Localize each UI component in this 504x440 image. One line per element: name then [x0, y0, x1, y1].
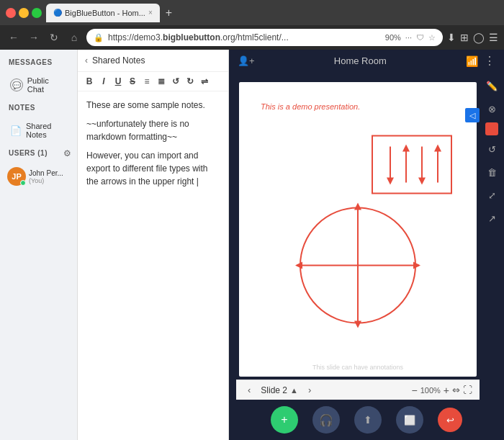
header-icons-right: 📶 ⋮: [466, 54, 495, 68]
new-tab-button[interactable]: +: [163, 6, 175, 19]
export-drawing-button[interactable]: ↗: [482, 209, 501, 228]
zoom-controls: − 100% + ⇔ ⛶: [411, 385, 472, 396]
sidebar-item-public-chat[interactable]: 💬 Public Chat: [6, 73, 71, 96]
pencil-tool-button[interactable]: ✏️: [482, 76, 501, 95]
presentation-area: 👤+ Home Room 📶 ⋮ ◁ This is a demo presen…: [229, 50, 504, 440]
tab-close-button[interactable]: ×: [148, 9, 153, 17]
online-indicator: [20, 180, 26, 186]
clear-button[interactable]: 🗑: [482, 163, 501, 181]
import-export-button[interactable]: ⇌: [199, 75, 210, 88]
sidebar-item-shared-notes[interactable]: 📄 Shared Notes: [6, 119, 71, 142]
end-session-button[interactable]: ↩: [438, 408, 462, 432]
zoom-out-button[interactable]: −: [411, 385, 417, 396]
lock-icon: 🔒: [94, 33, 104, 42]
extensions-icon[interactable]: ⊞: [460, 32, 469, 43]
notes-icon: 📄: [10, 125, 22, 136]
room-title: Home Room: [255, 55, 466, 66]
zoom-in-button[interactable]: +: [444, 385, 449, 396]
users-section-title: USERS (1): [6, 148, 50, 158]
notes-line-3: However, you can import and export to di…: [86, 149, 220, 188]
options-menu-button[interactable]: ⋮: [484, 54, 495, 68]
download-icon[interactable]: ⬇: [447, 32, 456, 43]
shield-icon: 🛡: [416, 33, 424, 42]
slide-canvas[interactable]: This is a demo presentation.: [239, 82, 477, 377]
forward-button[interactable]: →: [26, 32, 42, 43]
user-add-icon[interactable]: 👤+: [238, 55, 255, 66]
main-layout: MESSAGES 💬 Public Chat NOTES 📄 Shared No…: [0, 50, 504, 440]
notes-panel-title: Shared Notes: [92, 55, 145, 66]
next-slide-button[interactable]: ›: [304, 383, 315, 397]
notes-line-2: ~~unfortunately there is no markdown for…: [86, 117, 220, 143]
zoom-level-text: 100%: [420, 386, 441, 395]
tab-title: BigBlueButton - Hom...: [65, 9, 145, 17]
prev-slide-button[interactable]: ‹: [243, 383, 255, 397]
svg-rect-0: [372, 136, 451, 194]
users-row: USERS (1) ⚙: [6, 148, 71, 158]
window-controls: [6, 8, 42, 18]
back-button[interactable]: ←: [6, 32, 22, 43]
underline-button[interactable]: U: [112, 75, 124, 88]
ordered-list-button[interactable]: ≡: [141, 75, 153, 88]
slide-svg: [239, 82, 477, 377]
bold-button[interactable]: B: [84, 75, 95, 88]
user-you-label: (You): [29, 177, 63, 184]
notes-line-1: These are some sample notes.: [86, 99, 220, 112]
slide-controls: ‹ Slide 2 ▲ › − 100% + ⇔ ⛶: [236, 380, 480, 400]
messages-section-title: MESSAGES: [6, 57, 71, 68]
annotations-button[interactable]: ⤢: [482, 186, 501, 205]
svg-marker-4: [402, 145, 410, 152]
back-icon[interactable]: ‹: [85, 55, 88, 66]
svg-marker-12: [295, 262, 302, 269]
signal-icon: 📶: [466, 55, 478, 67]
refresh-button[interactable]: ↻: [46, 32, 62, 43]
redo-button[interactable]: ↻: [184, 75, 196, 88]
slide-main: This is a demo presentation.: [229, 72, 480, 400]
minimize-window-button[interactable]: [19, 8, 29, 18]
color-swatch[interactable]: [485, 122, 498, 135]
slide-number-up-button[interactable]: ▲: [290, 386, 298, 395]
notes-section-title: NOTES: [6, 102, 71, 113]
fullscreen-button[interactable]: ⛶: [463, 385, 472, 395]
camera-button[interactable]: ⬜: [396, 406, 423, 434]
svg-marker-2: [387, 178, 394, 185]
drawing-undo-button[interactable]: ↺: [482, 140, 501, 158]
slide-watermark: This slide can have annotations: [312, 364, 403, 371]
shared-notes-label: Shared Notes: [26, 122, 67, 139]
gear-icon[interactable]: ⚙: [63, 148, 71, 158]
browser-tab[interactable]: 🔵 BigBlueButton - Hom... ×: [46, 4, 160, 22]
fit-width-button[interactable]: ⇔: [452, 385, 460, 395]
close-window-button[interactable]: [6, 8, 16, 18]
add-button[interactable]: +: [271, 406, 298, 434]
address-bar[interactable]: 🔒 https://demo3.bigbluebutton.org/html5c…: [86, 29, 443, 46]
maximize-window-button[interactable]: [32, 8, 42, 18]
presentation-header: 👤+ Home Room 📶 ⋮: [229, 50, 504, 72]
italic-button[interactable]: I: [98, 75, 109, 88]
tab-bar: 🔵 BigBlueButton - Hom... × +: [46, 4, 498, 22]
bottom-toolbar: + 🎧 ⬆ ⬜ ↩: [229, 400, 504, 440]
unordered-list-button[interactable]: ≣: [156, 75, 167, 88]
notes-panel: ‹ Shared Notes B I U S ≡ ≣ ↺ ↻ ⇌ These a…: [78, 50, 229, 440]
slide-indicator: Slide 2 ▲: [261, 385, 298, 395]
slide-number-label: Slide 2: [261, 385, 287, 395]
notes-header: ‹ Shared Notes: [78, 50, 228, 72]
svg-marker-11: [413, 262, 420, 269]
strikethrough-button[interactable]: S: [127, 75, 138, 88]
star-icon: ☆: [428, 33, 436, 42]
browser-toolbar-icons: ⬇ ⊞ ◯ ☰: [447, 32, 498, 43]
undo-button[interactable]: ↺: [170, 75, 181, 88]
zoom-level: 90%: [385, 33, 401, 42]
share-screen-button[interactable]: ⬆: [354, 406, 382, 434]
svg-marker-6: [418, 178, 426, 185]
audio-button[interactable]: 🎧: [312, 406, 340, 434]
drawing-tools: ✏️ ⊗ ↺ 🗑 ⤢ ↗: [480, 72, 504, 400]
notes-toolbar: B I U S ≡ ≣ ↺ ↻ ⇌: [78, 72, 228, 91]
notes-content: These are some sample notes. ~~unfortuna…: [78, 91, 228, 440]
address-text: https://demo3.bigbluebutton.org/html5cli…: [108, 32, 381, 42]
address-more-button[interactable]: ···: [405, 33, 412, 42]
expand-button[interactable]: ◁: [465, 108, 480, 122]
eraser-tool-button[interactable]: ⊗: [482, 99, 501, 118]
account-icon[interactable]: ◯: [473, 32, 485, 43]
chat-icon: 💬: [10, 78, 23, 91]
home-button[interactable]: ⌂: [66, 32, 82, 43]
settings-icon[interactable]: ☰: [489, 32, 498, 43]
